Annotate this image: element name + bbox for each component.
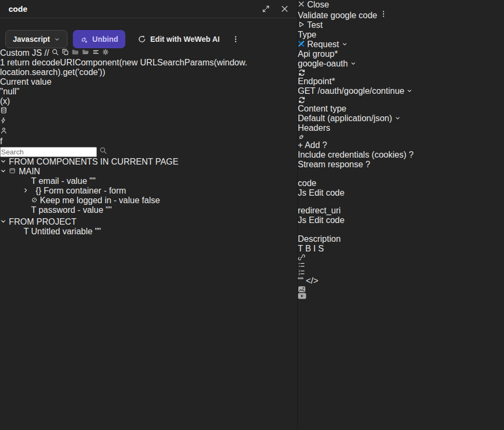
tree-item-email: T email - value ""	[0, 176, 297, 186]
chevron-down-icon	[350, 61, 356, 66]
text-type-icon: T	[31, 205, 36, 214]
action-title: Validate google code	[298, 11, 377, 20]
current-value-box: "null"	[0, 87, 297, 97]
code-editor[interactable]: 1 return decodeURIComponent(new URLSearc…	[0, 58, 297, 77]
format-lines-icon[interactable]	[92, 48, 100, 56]
headers-label: Headers	[298, 123, 330, 132]
endpoint-select[interactable]: GET /oauth/google/continue	[298, 86, 413, 96]
italic-button[interactable]: I	[313, 244, 315, 253]
tree-item-password: T password - value ""	[0, 205, 297, 215]
tree-section-current-page[interactable]: FROM COMPONENTS IN CURRENT PAGE	[0, 157, 297, 167]
variable-pill-keep-logged[interactable]: Keep me logged in - value	[31, 196, 142, 205]
tree-item-form-container: {} Form container - form	[0, 186, 297, 196]
edit-redirect-code-button[interactable]: Js Edit code	[298, 216, 413, 225]
tab-workflows[interactable]	[0, 116, 297, 127]
chevron-down-icon	[0, 168, 6, 174]
chevron-down-icon	[0, 158, 6, 165]
text-type-icon: T	[31, 176, 36, 186]
variable-value: ""	[95, 227, 101, 236]
tab-functions[interactable]: f	[0, 137, 297, 146]
chevron-right-icon[interactable]	[22, 187, 29, 194]
help-icon[interactable]: ?	[409, 150, 413, 159]
variable-value: ""	[89, 176, 95, 186]
type-select[interactable]: Request	[298, 40, 413, 49]
search-icon	[99, 146, 107, 154]
strikethrough-button[interactable]: S	[318, 244, 324, 253]
custom-js-label: Custom JS	[0, 48, 42, 57]
search-input[interactable]	[0, 147, 97, 157]
folder-open-icon[interactable]	[81, 48, 89, 56]
add-header-button[interactable]: + Add	[298, 140, 320, 150]
workflow-action-panel: Close Validate google code Test Type Req…	[298, 0, 413, 430]
tab-data[interactable]	[0, 106, 297, 116]
custom-js-header: Custom JS //	[0, 48, 297, 58]
close-panel-button[interactable]: Close	[298, 0, 413, 10]
language-select[interactable]: Javascript	[5, 30, 67, 48]
tab-formula[interactable]: (x)	[0, 97, 297, 106]
text-style-button[interactable]: T	[298, 244, 303, 253]
gear-icon[interactable]	[102, 48, 109, 56]
help-icon[interactable]: ?	[322, 140, 327, 150]
expand-icon[interactable]	[262, 5, 270, 13]
tree-section-from-project[interactable]: FROM PROJECT	[0, 217, 297, 227]
ai-refresh-icon	[138, 35, 146, 43]
chevron-down-icon	[407, 88, 412, 94]
line-number: 1	[0, 58, 5, 67]
variable-pill-form-container[interactable]: {} Form container - form	[35, 186, 126, 195]
ordered-list-button[interactable]: 12	[298, 269, 413, 276]
quote-button[interactable]: ““	[298, 276, 304, 285]
refresh-endpoint-button[interactable]	[298, 96, 413, 104]
action-header-card: Validate google code Test	[298, 10, 413, 30]
play-icon	[298, 21, 305, 28]
svg-text:2: 2	[298, 272, 300, 276]
code-button[interactable]: </>	[306, 276, 318, 285]
panel-title: code	[9, 4, 27, 13]
unbind-icon	[80, 35, 88, 43]
binding-toolbar: Javascript Unbind Edit with WeWeb AI	[5, 30, 292, 48]
variable-value: ""	[106, 205, 111, 214]
lightning-icon	[0, 116, 7, 124]
tree-item-untitled-variable: T Untitled variable ""	[0, 227, 297, 236]
comment-icon[interactable]: //	[44, 48, 49, 57]
code-param-label: code	[298, 179, 413, 188]
edit-with-ai-button[interactable]: Edit with WeWeb AI	[131, 30, 227, 48]
variable-pill-password[interactable]: T password - value	[31, 205, 106, 214]
tree-item-keep-logged: Keep me logged in - value false	[0, 196, 297, 205]
copy-icon[interactable]	[62, 48, 69, 56]
link-button[interactable]	[298, 254, 413, 261]
bind-headers-button[interactable]	[298, 133, 413, 140]
refresh-api-group-button[interactable]	[298, 69, 413, 77]
text-type-icon: T	[24, 227, 28, 236]
code-binding-panel: code Javascript Unbind Edit with WeWeb A…	[0, 0, 298, 430]
variable-pill-email[interactable]: T email - value	[31, 176, 89, 186]
endpoint-label: Endpoint*	[298, 77, 413, 86]
code-line-1: 1 return decodeURIComponent(new URLSearc…	[0, 58, 297, 68]
search-icon[interactable]	[51, 48, 59, 56]
layout-icon	[9, 167, 16, 174]
help-icon[interactable]: ?	[365, 160, 370, 169]
database-icon	[0, 106, 7, 114]
test-button[interactable]: Test	[298, 20, 413, 30]
xano-icon	[298, 40, 305, 47]
unbind-button[interactable]: Unbind	[73, 30, 125, 48]
video-button[interactable]	[298, 293, 413, 299]
folder-icon[interactable]	[71, 48, 79, 56]
api-group-select[interactable]: google-oauth	[298, 59, 413, 69]
chevron-down-icon	[54, 36, 60, 42]
tree-group-main[interactable]: MAIN	[0, 167, 297, 176]
bold-button[interactable]: B	[305, 244, 311, 253]
bullet-list-button[interactable]	[298, 261, 413, 269]
variable-pill-untitled[interactable]: T Untitled variable	[24, 227, 95, 236]
image-button[interactable]	[298, 286, 413, 293]
edit-code-button[interactable]: Js Edit code	[298, 188, 413, 198]
tab-user[interactable]	[0, 127, 297, 137]
kebab-menu-icon[interactable]	[232, 35, 239, 43]
type-label: Type	[298, 30, 413, 40]
close-icon[interactable]	[281, 5, 289, 13]
kebab-menu-icon[interactable]	[380, 10, 387, 18]
content-type-select[interactable]: Default (application/json)	[298, 114, 413, 123]
chevron-down-icon	[0, 218, 6, 225]
request-form-card: Type Request Api group* google-oauth End…	[298, 30, 413, 299]
close-icon	[298, 1, 305, 8]
description-label: Description	[298, 234, 413, 244]
